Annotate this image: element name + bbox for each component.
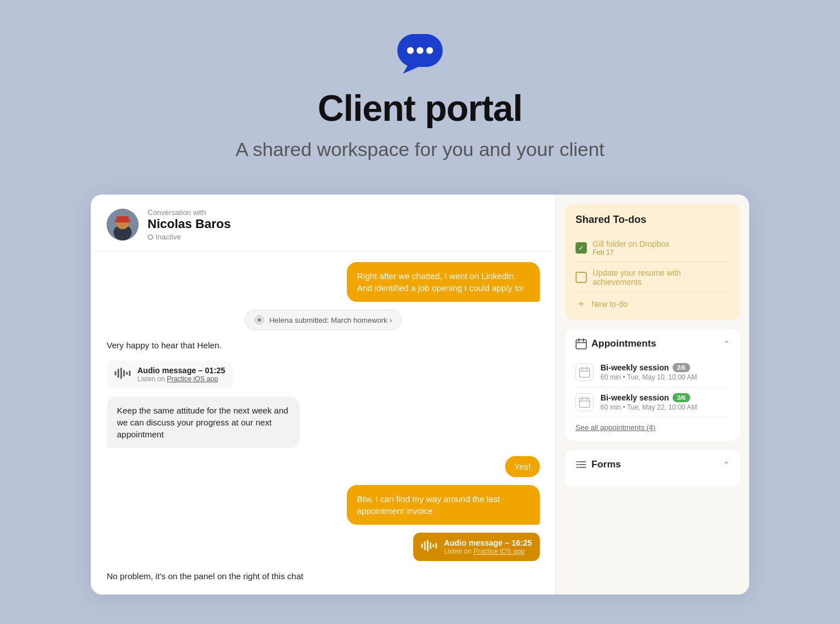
- svg-rect-18: [421, 543, 423, 548]
- svg-rect-21: [430, 542, 431, 549]
- svg-rect-9: [115, 220, 131, 222]
- page-title: Client portal: [11, 87, 829, 129]
- todo-add-button[interactable]: + New to-do: [576, 293, 730, 310]
- svg-rect-20: [427, 540, 429, 551]
- svg-rect-19: [424, 541, 426, 550]
- message-bubble-left-long: Keep the same attitude for the next week…: [107, 397, 300, 448]
- chat-panel: Conversation with Nicolas Baros Inactive…: [91, 195, 556, 595]
- audio-title: Audio message – 01:25: [137, 366, 225, 375]
- message-small-right-yes: Yes!: [505, 456, 540, 477]
- todo-text-group-2: Update your resume with achievements: [593, 268, 730, 286]
- appointment-item-2: Bi-weekly session 3/6 60 min • Tue, May …: [576, 387, 730, 418]
- appointments-chevron[interactable]: ⌃: [723, 339, 730, 348]
- add-todo-label: New to-do: [591, 300, 628, 309]
- system-icon: [254, 315, 264, 325]
- message-audio-left-1[interactable]: Audio message – 01:25 Listen on Practice…: [107, 360, 233, 389]
- svg-point-1: [407, 47, 414, 54]
- audio-sub-right: Listen on Practice iOS app: [444, 547, 532, 555]
- appt-badge-2: 3/6: [673, 393, 690, 402]
- appt-name-2: Bi-weekly session: [600, 393, 669, 402]
- svg-rect-17: [129, 370, 131, 376]
- forms-title: Forms: [576, 459, 621, 470]
- svg-rect-14: [120, 368, 122, 379]
- message-plain-left-bottom: No problem, it's on the panel on the rig…: [107, 569, 303, 583]
- todo-item-2: Update your resume with achievements: [576, 263, 730, 293]
- appointments-title-text: Appointments: [591, 338, 656, 349]
- appointments-title: Appointments: [576, 338, 656, 349]
- forms-chevron[interactable]: ⌃: [723, 460, 730, 469]
- forms-title-text: Forms: [591, 459, 621, 470]
- appt-badge-1: 2/6: [673, 363, 690, 372]
- chat-bubble-icon: [394, 34, 446, 74]
- svg-rect-15: [123, 370, 125, 377]
- appt-meta-2: 60 min • Tue, May 22, 10:00 AM: [600, 403, 697, 411]
- practice-ios-link-right[interactable]: Practice iOS app: [473, 547, 524, 555]
- message-plain-left-1: Very happy to hear that Helen.: [107, 338, 222, 352]
- todo-date-1: Feb 17: [593, 248, 669, 256]
- svg-rect-24: [576, 340, 586, 349]
- svg-rect-22: [432, 544, 434, 547]
- svg-rect-13: [117, 369, 119, 378]
- appt-info-1: Bi-weekly session 2/6 60 min • Tue, May …: [600, 363, 697, 381]
- todo-text-group-1: Gill folder on Dropbox Feb 17: [593, 239, 669, 256]
- forms-header: Forms ⌃: [576, 459, 730, 470]
- svg-rect-32: [579, 398, 590, 407]
- forms-icon: [576, 459, 587, 470]
- client-status: Inactive: [148, 233, 231, 241]
- audio-wave-icon: [115, 366, 132, 383]
- appt-meta-1: 60 min • Tue, May 10, 10:00 AM: [600, 373, 697, 381]
- audio-sub: Listen on Practice iOS app: [137, 375, 225, 383]
- appt-info-2: Bi-weekly session 3/6 60 min • Tue, May …: [600, 393, 697, 411]
- audio-wave-icon-right: [421, 539, 438, 555]
- todo-checkbox-1[interactable]: [576, 242, 587, 254]
- todos-card: Shared To-dos Gill folder on Dropbox Feb…: [565, 204, 740, 320]
- svg-point-3: [426, 47, 433, 54]
- message-bubble-right-1: Right after we chatted, I went on Linked…: [347, 262, 540, 302]
- conversation-label: Conversation with: [148, 208, 231, 217]
- chat-header: Conversation with Nicolas Baros Inactive: [91, 195, 556, 251]
- appt-title-2: Bi-weekly session 3/6: [600, 393, 697, 402]
- see-all-appointments[interactable]: See all appointments (4): [576, 418, 730, 432]
- status-indicator: [148, 234, 153, 240]
- system-message-text: Helena submitted: March homework ›: [269, 316, 392, 324]
- svg-point-11: [258, 318, 261, 322]
- calendar-icon: [576, 338, 587, 349]
- audio-info-right-1: Audio message – 16:25 Listen on Practice…: [444, 538, 532, 555]
- appointments-card: Appointments ⌃ Bi-weekly session: [565, 329, 740, 441]
- svg-rect-16: [126, 372, 128, 375]
- todo-text-1: Gill folder on Dropbox: [593, 239, 669, 248]
- svg-rect-28: [579, 368, 590, 377]
- appt-title-1: Bi-weekly session 2/6: [600, 363, 697, 372]
- practice-ios-link[interactable]: Practice iOS app: [167, 375, 218, 383]
- appt-name-1: Bi-weekly session: [600, 363, 669, 372]
- svg-rect-23: [435, 543, 437, 549]
- todo-item-1: Gill folder on Dropbox Feb 17: [576, 234, 730, 263]
- chat-messages: Right after we chatted, I went on Linked…: [91, 251, 556, 595]
- portal-container: Conversation with Nicolas Baros Inactive…: [91, 195, 749, 595]
- audio-info-left-1: Audio message – 01:25 Listen on Practice…: [137, 366, 225, 383]
- todo-text-2: Update your resume with achievements: [593, 268, 730, 286]
- todo-checkbox-2[interactable]: [576, 272, 587, 283]
- message-audio-right-1[interactable]: Audio message – 16:25 Listen on Practice…: [413, 533, 540, 561]
- message-system-1[interactable]: Helena submitted: March homework ›: [245, 310, 401, 330]
- audio-title-right: Audio message – 16:25: [444, 538, 532, 547]
- message-bubble-right-2: Btw, I can find my way around the last a…: [347, 485, 540, 525]
- client-name: Nicolas Baros: [148, 217, 231, 231]
- svg-rect-12: [115, 371, 116, 376]
- todos-title: Shared To-dos: [576, 214, 730, 226]
- appt-cal-icon-2: [576, 393, 594, 411]
- forms-card: Forms ⌃: [565, 450, 740, 487]
- chat-header-info: Conversation with Nicolas Baros Inactive: [148, 208, 231, 241]
- status-text: Inactive: [156, 233, 181, 241]
- appointments-header: Appointments ⌃: [576, 338, 730, 349]
- page-subtitle: A shared workspace for you and your clie…: [11, 138, 829, 161]
- hero-section: Client portal A shared workspace for you…: [0, 0, 840, 183]
- appt-cal-icon-1: [576, 363, 594, 381]
- svg-point-2: [417, 47, 423, 54]
- right-panel: Shared To-dos Gill folder on Dropbox Feb…: [556, 195, 749, 595]
- plus-icon: +: [576, 298, 587, 310]
- avatar: [107, 209, 138, 241]
- appointment-item-1: Bi-weekly session 2/6 60 min • Tue, May …: [576, 357, 730, 387]
